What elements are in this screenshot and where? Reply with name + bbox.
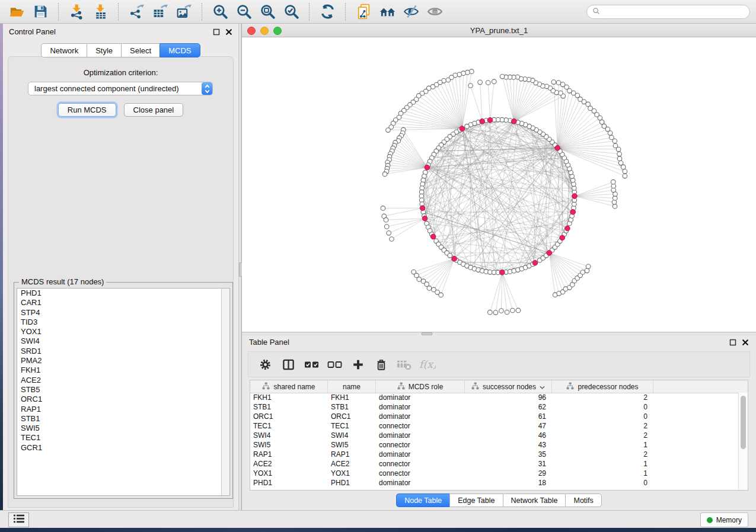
export-table-icon[interactable] [149,2,171,21]
tab-network[interactable]: Network [41,43,87,57]
zoom-out-icon[interactable] [233,2,254,21]
task-history-button[interactable] [8,512,29,527]
table-cell: 2 [552,422,653,430]
network-canvas[interactable] [242,37,756,332]
table-cell: 18 [465,479,552,487]
mcds-result-item[interactable]: STB5 [17,385,229,395]
table-cell: 0 [552,479,653,487]
mcds-result-item[interactable]: SWI5 [17,424,229,433]
mcds-result-item[interactable]: STB1 [17,414,229,424]
table-cell: 2 [552,450,653,459]
table-row[interactable]: RAP1RAP1dominator352 [250,450,739,459]
table-row[interactable]: ACE2ACE2connector311 [250,459,739,469]
search-input[interactable] [604,7,744,17]
table-scrollbar-thumb[interactable] [741,396,746,449]
mcds-result-title: MCDS result (17 nodes) [19,277,106,286]
table-row[interactable]: SWI5SWI5connector431 [250,440,739,450]
mcds-result-item[interactable]: CAR1 [17,298,229,307]
apply-layout-icon[interactable] [317,2,338,21]
close-icon[interactable] [742,339,749,346]
tab-node-table[interactable]: Node Table [396,493,449,507]
mcds-result-item[interactable]: GCR1 [17,443,229,453]
search-box[interactable] [586,5,750,19]
table-row[interactable]: TEC1TEC1connector472 [250,421,739,431]
tab-motifs[interactable]: Motifs [565,493,601,507]
table-cell: 2 [552,431,653,440]
clone-network-icon[interactable] [353,2,374,21]
table-cell: SWI4 [250,431,328,440]
table-cell: 0 [552,403,653,411]
import-network-icon[interactable] [66,2,87,21]
tab-select[interactable]: Select [121,43,160,57]
sort-arrow-icon [540,383,545,391]
mcds-result-item[interactable]: ACE2 [17,376,229,385]
tab-style[interactable]: Style [87,43,121,57]
zoom-in-icon[interactable] [209,2,231,21]
column-header-name[interactable]: name [328,380,376,393]
create-column-icon[interactable] [347,354,369,375]
deselect-all-rows-icon[interactable] [324,354,346,375]
column-header-predecessor-nodes[interactable]: predecessor nodes [552,380,653,393]
mcds-result-item[interactable]: PMA2 [17,356,229,366]
mcds-result-item[interactable]: PHD1 [17,289,229,298]
optimization-criterion-select[interactable]: largest connected component (undirected) [28,82,213,95]
tree-column-icon [471,382,479,392]
desktop-wallpaper-bottom [0,528,756,532]
table-row[interactable]: YOX1YOX1connector291 [250,469,739,478]
save-session-icon[interactable] [30,2,51,21]
zoom-fit-icon[interactable] [257,2,278,21]
column-header-MCDS-role[interactable]: MCDS role [376,380,465,393]
float-window-icon[interactable] [213,28,220,36]
table-row[interactable]: FKH1FKH1dominator962 [250,393,739,402]
optimization-criterion-label: Optimization criterion: [8,68,233,77]
table-cell: STB1 [328,403,376,411]
export-image-icon[interactable] [173,2,194,21]
table-row[interactable]: PHD1PHD1dominator180 [250,478,739,488]
run-mcds-button[interactable]: Run MCDS [58,103,116,117]
memory-button[interactable]: Memory [700,512,748,527]
close-icon[interactable] [225,28,232,36]
tab-network-table[interactable]: Network Table [503,493,566,507]
show-columns-icon[interactable] [277,354,299,375]
hide-graphics-details-icon[interactable] [400,2,422,21]
mcds-result-item[interactable]: YOX1 [17,327,229,336]
mcds-result-item[interactable]: FKH1 [17,366,229,375]
table-scrollbar[interactable] [738,393,748,490]
mcds-result-item[interactable]: ORC1 [17,395,229,404]
zoom-selected-icon[interactable] [280,2,302,21]
delete-columns-icon[interactable] [370,354,392,375]
close-panel-button[interactable]: Close panel [124,103,184,117]
mcds-result-item[interactable]: SRD1 [17,347,229,356]
column-header-successor-nodes[interactable]: successor nodes [465,380,552,393]
mcds-result-item[interactable]: SWI4 [17,336,229,346]
select-all-rows-icon[interactable] [301,354,323,375]
table-row[interactable]: ORC1ORC1dominator610 [250,412,739,421]
open-file-icon[interactable] [6,2,27,21]
network-view-window: YPA_prune.txt_1 [242,24,756,332]
table-cell: PHD1 [250,479,328,487]
table-mode-icon[interactable] [254,354,276,375]
mcds-result-item[interactable]: TID3 [17,318,229,327]
table-row[interactable]: SWI4SWI4dominator462 [250,431,739,440]
mcds-result-box: MCDS result (17 nodes) PHD1CAR1STP4TID3Y… [14,282,233,499]
minimize-window-icon[interactable] [260,27,269,35]
show-graphics-details-icon[interactable] [424,2,445,21]
table-cell: FKH1 [328,393,376,402]
table-header-row: shared namenameMCDS rolesuccessor nodesp… [250,380,748,393]
function-builder-icon: f(x) [416,354,438,375]
mcds-result-item[interactable]: STP4 [17,308,229,318]
float-window-icon[interactable] [729,339,736,346]
close-window-icon[interactable] [247,27,256,35]
tab-mcds[interactable]: MCDS [160,43,200,57]
export-network-icon[interactable] [126,2,147,21]
result-list-scrollbar[interactable] [221,289,229,495]
import-table-icon[interactable] [90,2,111,21]
mcds-result-item[interactable]: RAP1 [17,405,229,414]
mcds-result-item[interactable]: TEC1 [17,433,229,443]
maximize-window-icon[interactable] [273,27,282,35]
table-panel-title: Table Panel [249,338,289,347]
column-header-shared-name[interactable]: shared name [250,380,328,393]
table-row[interactable]: STB1STB1dominator620 [250,402,739,412]
welcome-screen-icon[interactable] [377,2,398,21]
tab-edge-table[interactable]: Edge Table [449,493,502,507]
